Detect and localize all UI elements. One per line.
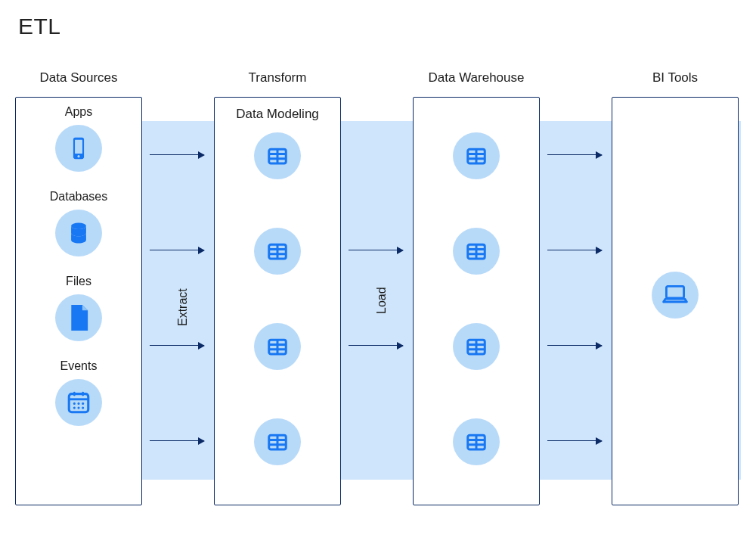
svg-rect-46 [666,286,683,297]
etl-diagram: ETL Data Sources Apps Databases [0,0,756,547]
col-transform: Transform Data Modeling [214,97,341,505]
arrow-to-bi [547,440,602,441]
calendar-icon [55,379,102,426]
table-icon [254,132,301,179]
database-icon [55,210,102,256]
page-title: ETL [18,14,61,39]
svg-point-8 [73,402,76,405]
arrow-extract [150,154,204,155]
table-icon [453,228,500,275]
source-events-label: Events [60,359,98,373]
table-icon [254,228,301,275]
arrow-extract [150,250,204,250]
table-icon [254,418,301,465]
svg-point-10 [82,402,84,405]
source-apps-label: Apps [65,105,92,119]
arrow-load [349,250,403,250]
arrow-extract [150,440,204,441]
source-files-label: Files [66,275,91,288]
svg-point-2 [77,155,79,157]
table-icon [453,132,500,179]
arrow-to-bi [547,154,602,155]
source-events: Events [55,359,102,426]
table-icon [453,323,500,370]
col-bi: BI Tools [612,97,739,505]
arrow-extract [150,345,204,346]
svg-rect-1 [75,140,82,154]
source-databases: Databases [50,190,108,256]
svg-rect-6 [73,392,76,396]
svg-rect-7 [82,392,84,396]
laptop-icon [652,272,699,319]
table-icon [254,323,301,370]
arrow-load [349,345,403,346]
col-subtitle-transform: Data Modeling [215,107,340,122]
col-title-transform: Transform [215,70,340,85]
col-data-sources: Data Sources Apps Databases [15,97,142,505]
source-databases-label: Databases [50,190,108,204]
svg-point-9 [77,402,79,405]
col-title-sources: Data Sources [16,70,141,85]
svg-point-13 [82,407,84,409]
arrow-to-bi [547,250,602,250]
svg-point-3 [71,223,86,230]
source-files: Files [55,275,102,341]
col-title-warehouse: Data Warehouse [414,70,539,85]
table-icon [453,418,500,465]
stage-label-extract: Extract [176,288,190,326]
file-icon [55,294,102,341]
svg-point-11 [73,407,76,409]
svg-point-12 [77,407,79,409]
phone-icon [55,125,102,172]
stage-label-load: Load [375,287,389,314]
arrow-to-bi [547,345,602,346]
col-warehouse: Data Warehouse [413,97,540,505]
col-title-bi: BI Tools [612,70,738,85]
source-apps: Apps [55,105,102,172]
